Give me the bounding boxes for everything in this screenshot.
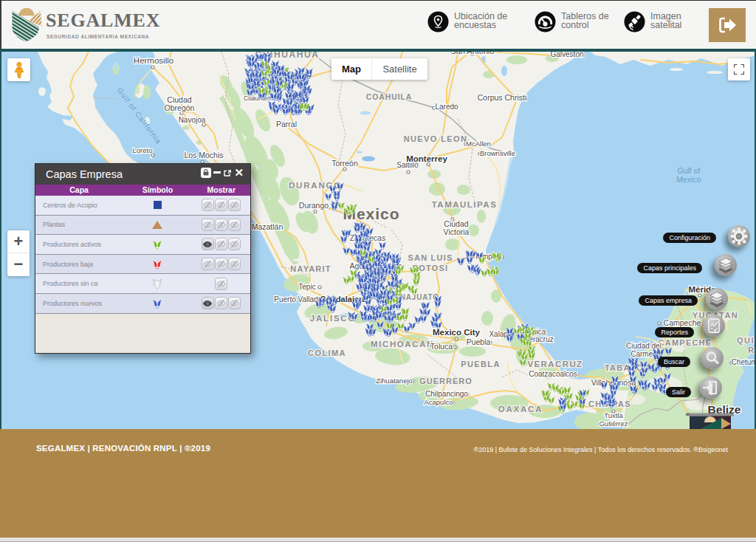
svg-text:Mazatlán: Mazatlán — [252, 222, 284, 231]
svg-text:Obregón: Obregón — [165, 103, 195, 112]
svg-text:CAMPECHE: CAMPECHE — [659, 338, 712, 347]
svg-text:Ciudad del: Ciudad del — [626, 342, 662, 350]
svg-text:Tuxtla: Tuxtla — [604, 411, 623, 419]
svg-text:Monterrey: Monterrey — [406, 154, 447, 163]
svg-text:COLIMA: COLIMA — [308, 349, 346, 357]
svg-text:NAYARIT: NAYARIT — [290, 264, 331, 273]
svg-text:Puebla: Puebla — [467, 337, 491, 346]
svg-text:Galveston: Galveston — [550, 52, 583, 58]
svg-text:Tepic: Tepic — [298, 283, 315, 291]
svg-text:Acapulco: Acapulco — [424, 398, 453, 406]
svg-text:COAHUILA: COAHUILA — [366, 92, 413, 101]
svg-text:Victoria: Victoria — [444, 227, 470, 236]
svg-text:Brownsville: Brownsville — [480, 149, 515, 157]
svg-text:QUI: QUI — [737, 336, 755, 345]
svg-text:VERACRUZ: VERACRUZ — [527, 360, 583, 368]
svg-text:SAN LUIS: SAN LUIS — [408, 253, 453, 262]
svg-text:Toluca: Toluca — [430, 342, 453, 351]
svg-text:Laredo: Laredo — [435, 103, 458, 111]
svg-text:Parral: Parral — [276, 120, 297, 128]
svg-text:Corpus Christi: Corpus Christi — [478, 93, 527, 102]
svg-text:Navojoa: Navojoa — [179, 116, 206, 124]
svg-text:Chilpancingo: Chilpancingo — [425, 390, 468, 398]
svg-text:Durango: Durango — [299, 201, 329, 210]
svg-text:MICHOACÁN: MICHOACÁN — [371, 340, 434, 349]
svg-text:TAMAULIPAS: TAMAULIPAS — [432, 200, 498, 209]
svg-text:Gutiérrez: Gutiérrez — [599, 419, 628, 428]
svg-text:Mexico: Mexico — [676, 175, 701, 184]
svg-text:Coatzacoalcos: Coatzacoalcos — [529, 370, 577, 378]
svg-text:Torreón: Torreón — [331, 159, 358, 168]
svg-text:San Antonio: San Antonio — [450, 52, 494, 55]
svg-text:Mexico City: Mexico City — [433, 328, 481, 337]
svg-text:PUEBLA: PUEBLA — [461, 360, 501, 368]
svg-text:Hermosillo: Hermosillo — [134, 56, 173, 65]
svg-text:Los Mochis: Los Mochis — [184, 151, 223, 159]
svg-text:NUEVO LEON: NUEVO LEON — [404, 134, 468, 143]
svg-text:Chetumal: Chetumal — [732, 358, 756, 366]
svg-text:McAllen: McAllen — [466, 140, 491, 148]
svg-text:Gulf of: Gulf of — [678, 166, 701, 175]
svg-text:Loreto: Loreto — [133, 146, 153, 154]
svg-text:Campeche: Campeche — [664, 318, 701, 327]
svg-text:GUERRERO: GUERRERO — [419, 377, 472, 385]
svg-text:Zihuatanejo: Zihuatanejo — [376, 377, 413, 385]
svg-text:OAXACA: OAXACA — [498, 405, 543, 414]
